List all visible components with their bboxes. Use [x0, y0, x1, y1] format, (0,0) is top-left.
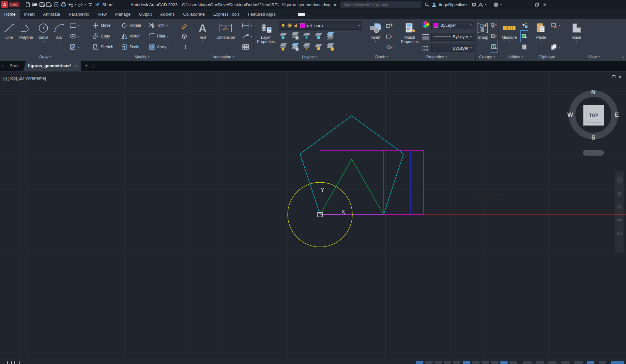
copy-dropdown-caret[interactable]: ▾ [558, 46, 560, 49]
open-file-button[interactable] [31, 1, 38, 8]
tab-output[interactable]: Output [135, 9, 156, 19]
autodesk-logo-icon[interactable] [477, 1, 484, 8]
save-button[interactable] [38, 1, 46, 8]
layer-on-button[interactable] [279, 42, 287, 51]
showmotion-icon[interactable] [617, 231, 622, 236]
user-dropdown-caret[interactable]: ▾ [466, 3, 467, 6]
edit-attributes-button[interactable]: ▾ [386, 42, 396, 52]
user-avatar-icon[interactable] [431, 1, 438, 8]
layer-freeze-button[interactable]: ❄ [302, 31, 311, 40]
array-dropdown-caret[interactable]: ▾ [168, 46, 170, 49]
status-toggle-icon[interactable] [599, 361, 606, 364]
viewport-minimize-icon[interactable]: ─ [607, 75, 610, 79]
mirror-button[interactable]: Mirror [121, 31, 147, 41]
text-dropdown-caret[interactable]: ▾ [202, 40, 203, 43]
line-button[interactable]: Line [1, 19, 17, 53]
viewport-control-minimize[interactable]: [-] [3, 76, 7, 81]
tab-collaborate[interactable]: Collaborate [179, 9, 209, 19]
status-toggle-icon[interactable] [500, 361, 508, 364]
status-toggle-icon[interactable] [425, 361, 433, 364]
close-button[interactable]: ✕ [541, 1, 549, 8]
fillet-dropdown-caret[interactable]: ▾ [167, 35, 168, 38]
layer-color-swatch[interactable] [300, 23, 305, 28]
open-from-web-mobile-button[interactable] [53, 1, 60, 8]
tab-view[interactable]: View [93, 9, 111, 19]
customize-quick-access-button[interactable] [87, 1, 94, 8]
status-toggle-icon[interactable] [611, 361, 624, 364]
group-button[interactable]: Group [476, 19, 490, 53]
file-tab-start[interactable]: Start [5, 61, 23, 71]
redo-button[interactable] [77, 1, 84, 8]
layer-thaw-button[interactable]: ☀ [302, 42, 311, 51]
cut-dropdown-caret[interactable]: ▾ [558, 24, 560, 27]
base-dropdown-caret[interactable]: ▾ [576, 40, 577, 43]
navcube-east[interactable]: E [615, 111, 619, 118]
base-button[interactable]: Base ▾ [568, 19, 586, 53]
status-toggle-icon[interactable] [536, 361, 544, 364]
full-navigation-wheel-icon[interactable] [617, 177, 622, 183]
table-button[interactable] [241, 42, 252, 52]
layer-dropdown-caret[interactable]: ▾ [358, 24, 360, 27]
zoom-icon[interactable] [617, 204, 622, 210]
navcube-north[interactable]: N [591, 89, 596, 96]
navigation-bar[interactable]: ▾ [615, 171, 624, 253]
status-toggle-icon[interactable] [444, 361, 451, 364]
panel-label-clipboard[interactable]: Clipboard [532, 53, 562, 61]
view-dialog-launcher[interactable]: ↘ [621, 55, 624, 59]
help-dropdown-caret[interactable]: ▾ [500, 3, 502, 6]
text-button[interactable]: A Text ▾ [194, 19, 211, 53]
paste-dropdown-caret[interactable]: ▾ [541, 40, 542, 43]
panel-label-block[interactable]: Block▾ [365, 53, 398, 61]
group-edit-button[interactable] [491, 31, 497, 41]
group-selection-toggle[interactable] [490, 41, 497, 52]
expand-arrow-icon[interactable]: ▶ [334, 3, 337, 7]
layer-on-bulb-icon[interactable] [281, 23, 285, 28]
help-icon[interactable]: ? [493, 1, 500, 8]
navcube-south[interactable]: S [591, 134, 596, 141]
viewport-restore-icon[interactable]: ❐ [612, 75, 616, 79]
arc-dropdown-caret[interactable]: ▾ [58, 40, 60, 43]
status-toggle-icon[interactable] [453, 361, 460, 364]
linetype-dropdown[interactable]: ByLayer ▾ [431, 44, 474, 52]
stretch-button[interactable]: Stretch [92, 42, 120, 52]
undo-button[interactable] [67, 1, 74, 8]
color-wheel-icon[interactable] [422, 21, 429, 28]
measure-dropdown-caret[interactable]: ▾ [509, 40, 510, 43]
lineweight-dropdown[interactable]: ByLayer ▾ [431, 33, 474, 41]
status-toggle-icon[interactable] [523, 361, 532, 364]
offset-button[interactable] [181, 42, 188, 52]
tab-home[interactable]: Home [0, 9, 20, 19]
object-color-dropdown[interactable]: ByLayer ▾ [431, 21, 474, 29]
linear-dimension-caret[interactable]: ▾ [251, 24, 252, 27]
status-toggle-icon[interactable] [548, 361, 557, 364]
panel-label-draw[interactable]: Draw▾ [0, 53, 91, 61]
username[interactable]: tiagofilipesilva [439, 2, 466, 7]
search-input[interactable] [343, 2, 419, 7]
navbar-chevron-icon[interactable]: ▾ [619, 244, 620, 247]
rectangle-magenta[interactable] [320, 150, 423, 215]
layer-unlock-icon[interactable] [294, 23, 298, 28]
tab-express-tools[interactable]: Express Tools [209, 9, 244, 19]
viewport-control-view[interactable]: [Top] [8, 76, 17, 81]
autocad-logo-icon[interactable]: A [1, 1, 8, 8]
lineweight-icon[interactable] [422, 34, 429, 39]
drawing-viewport[interactable]: YX [-] [Top] [2D Wireframe] ─ ❐ ✕ N W E … [0, 71, 626, 360]
insert-dropdown-caret[interactable]: ▾ [375, 40, 376, 43]
copy-clip-button[interactable]: ▾ [550, 42, 560, 52]
edit-block-button[interactable] [386, 31, 396, 41]
navcube-west[interactable]: W [567, 111, 573, 118]
panel-label-view[interactable]: View▾ ↘ [562, 53, 626, 61]
paste-button[interactable]: Paste ▾ [533, 19, 549, 53]
file-tab-document[interactable]: figuras_geometricas* × [23, 61, 82, 71]
rotate-button[interactable]: Rotate [121, 20, 147, 31]
status-toggle-icon[interactable] [463, 361, 470, 364]
move-button[interactable]: Move [92, 20, 120, 31]
app-store-cart-icon[interactable] [470, 1, 477, 8]
measure-button[interactable]: Measure ▾ [500, 19, 518, 53]
share-icon[interactable] [94, 1, 101, 8]
new-drawing-tab-button[interactable]: + [81, 61, 91, 71]
status-toggle-icon[interactable] [435, 361, 442, 364]
ellipse-dropdown-caret[interactable]: ▾ [78, 35, 79, 38]
circle-button[interactable]: Circle ▾ [35, 19, 52, 53]
navcube-top-face[interactable]: TOP [583, 105, 604, 126]
